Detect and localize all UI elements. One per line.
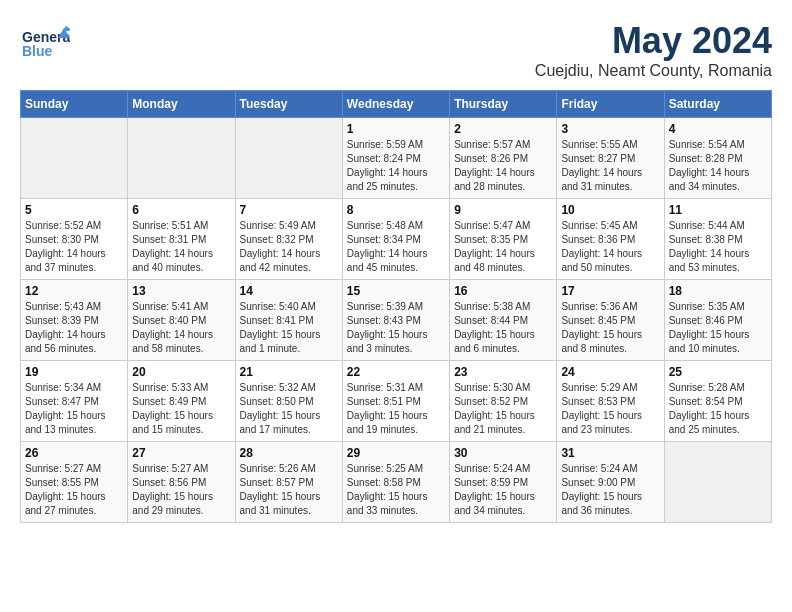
day-info: Sunrise: 5:41 AMSunset: 8:40 PMDaylight:…	[132, 300, 230, 356]
day-number: 28	[240, 446, 338, 460]
day-info: Sunrise: 5:33 AMSunset: 8:49 PMDaylight:…	[132, 381, 230, 437]
calendar-week-row: 12Sunrise: 5:43 AMSunset: 8:39 PMDayligh…	[21, 280, 772, 361]
calendar-cell: 11Sunrise: 5:44 AMSunset: 8:38 PMDayligh…	[664, 199, 771, 280]
day-number: 20	[132, 365, 230, 379]
day-info: Sunrise: 5:31 AMSunset: 8:51 PMDaylight:…	[347, 381, 445, 437]
calendar-cell: 20Sunrise: 5:33 AMSunset: 8:49 PMDayligh…	[128, 361, 235, 442]
calendar-cell	[664, 442, 771, 523]
day-info: Sunrise: 5:55 AMSunset: 8:27 PMDaylight:…	[561, 138, 659, 194]
day-header-sunday: Sunday	[21, 91, 128, 118]
day-number: 11	[669, 203, 767, 217]
day-number: 9	[454, 203, 552, 217]
day-info: Sunrise: 5:24 AMSunset: 8:59 PMDaylight:…	[454, 462, 552, 518]
calendar-cell	[235, 118, 342, 199]
day-number: 8	[347, 203, 445, 217]
day-number: 4	[669, 122, 767, 136]
day-number: 22	[347, 365, 445, 379]
calendar-cell: 4Sunrise: 5:54 AMSunset: 8:28 PMDaylight…	[664, 118, 771, 199]
day-info: Sunrise: 5:27 AMSunset: 8:56 PMDaylight:…	[132, 462, 230, 518]
calendar-cell: 12Sunrise: 5:43 AMSunset: 8:39 PMDayligh…	[21, 280, 128, 361]
calendar-cell: 27Sunrise: 5:27 AMSunset: 8:56 PMDayligh…	[128, 442, 235, 523]
calendar-cell: 23Sunrise: 5:30 AMSunset: 8:52 PMDayligh…	[450, 361, 557, 442]
calendar-header-row: SundayMondayTuesdayWednesdayThursdayFrid…	[21, 91, 772, 118]
calendar-week-row: 5Sunrise: 5:52 AMSunset: 8:30 PMDaylight…	[21, 199, 772, 280]
logo: General Blue	[20, 20, 70, 74]
day-info: Sunrise: 5:32 AMSunset: 8:50 PMDaylight:…	[240, 381, 338, 437]
month-title: May 2024	[535, 20, 772, 62]
day-number: 21	[240, 365, 338, 379]
calendar-cell	[21, 118, 128, 199]
calendar-cell: 6Sunrise: 5:51 AMSunset: 8:31 PMDaylight…	[128, 199, 235, 280]
day-number: 15	[347, 284, 445, 298]
calendar-cell: 17Sunrise: 5:36 AMSunset: 8:45 PMDayligh…	[557, 280, 664, 361]
day-header-thursday: Thursday	[450, 91, 557, 118]
day-info: Sunrise: 5:25 AMSunset: 8:58 PMDaylight:…	[347, 462, 445, 518]
calendar-cell: 10Sunrise: 5:45 AMSunset: 8:36 PMDayligh…	[557, 199, 664, 280]
day-info: Sunrise: 5:29 AMSunset: 8:53 PMDaylight:…	[561, 381, 659, 437]
day-info: Sunrise: 5:38 AMSunset: 8:44 PMDaylight:…	[454, 300, 552, 356]
day-number: 3	[561, 122, 659, 136]
calendar-cell: 28Sunrise: 5:26 AMSunset: 8:57 PMDayligh…	[235, 442, 342, 523]
day-info: Sunrise: 5:26 AMSunset: 8:57 PMDaylight:…	[240, 462, 338, 518]
day-number: 31	[561, 446, 659, 460]
day-info: Sunrise: 5:43 AMSunset: 8:39 PMDaylight:…	[25, 300, 123, 356]
calendar-cell: 13Sunrise: 5:41 AMSunset: 8:40 PMDayligh…	[128, 280, 235, 361]
day-number: 24	[561, 365, 659, 379]
day-info: Sunrise: 5:47 AMSunset: 8:35 PMDaylight:…	[454, 219, 552, 275]
day-header-tuesday: Tuesday	[235, 91, 342, 118]
day-info: Sunrise: 5:24 AMSunset: 9:00 PMDaylight:…	[561, 462, 659, 518]
day-number: 23	[454, 365, 552, 379]
day-info: Sunrise: 5:40 AMSunset: 8:41 PMDaylight:…	[240, 300, 338, 356]
day-info: Sunrise: 5:49 AMSunset: 8:32 PMDaylight:…	[240, 219, 338, 275]
day-info: Sunrise: 5:36 AMSunset: 8:45 PMDaylight:…	[561, 300, 659, 356]
calendar-cell: 5Sunrise: 5:52 AMSunset: 8:30 PMDaylight…	[21, 199, 128, 280]
calendar-cell: 21Sunrise: 5:32 AMSunset: 8:50 PMDayligh…	[235, 361, 342, 442]
day-number: 19	[25, 365, 123, 379]
calendar-cell: 1Sunrise: 5:59 AMSunset: 8:24 PMDaylight…	[342, 118, 449, 199]
calendar-cell: 16Sunrise: 5:38 AMSunset: 8:44 PMDayligh…	[450, 280, 557, 361]
calendar-cell: 31Sunrise: 5:24 AMSunset: 9:00 PMDayligh…	[557, 442, 664, 523]
day-number: 13	[132, 284, 230, 298]
day-number: 30	[454, 446, 552, 460]
calendar-week-row: 26Sunrise: 5:27 AMSunset: 8:55 PMDayligh…	[21, 442, 772, 523]
calendar-cell: 30Sunrise: 5:24 AMSunset: 8:59 PMDayligh…	[450, 442, 557, 523]
calendar-cell: 19Sunrise: 5:34 AMSunset: 8:47 PMDayligh…	[21, 361, 128, 442]
day-info: Sunrise: 5:48 AMSunset: 8:34 PMDaylight:…	[347, 219, 445, 275]
page-header: General Blue May 2024 Cuejdiu, Neamt Cou…	[20, 20, 772, 80]
calendar-cell: 24Sunrise: 5:29 AMSunset: 8:53 PMDayligh…	[557, 361, 664, 442]
day-info: Sunrise: 5:30 AMSunset: 8:52 PMDaylight:…	[454, 381, 552, 437]
calendar-cell	[128, 118, 235, 199]
day-number: 2	[454, 122, 552, 136]
svg-text:Blue: Blue	[22, 43, 53, 59]
day-info: Sunrise: 5:28 AMSunset: 8:54 PMDaylight:…	[669, 381, 767, 437]
day-info: Sunrise: 5:44 AMSunset: 8:38 PMDaylight:…	[669, 219, 767, 275]
day-number: 29	[347, 446, 445, 460]
day-number: 26	[25, 446, 123, 460]
title-section: May 2024 Cuejdiu, Neamt County, Romania	[535, 20, 772, 80]
day-info: Sunrise: 5:57 AMSunset: 8:26 PMDaylight:…	[454, 138, 552, 194]
day-info: Sunrise: 5:35 AMSunset: 8:46 PMDaylight:…	[669, 300, 767, 356]
day-info: Sunrise: 5:34 AMSunset: 8:47 PMDaylight:…	[25, 381, 123, 437]
day-number: 16	[454, 284, 552, 298]
day-number: 12	[25, 284, 123, 298]
calendar-cell: 22Sunrise: 5:31 AMSunset: 8:51 PMDayligh…	[342, 361, 449, 442]
calendar-cell: 18Sunrise: 5:35 AMSunset: 8:46 PMDayligh…	[664, 280, 771, 361]
day-header-saturday: Saturday	[664, 91, 771, 118]
day-header-monday: Monday	[128, 91, 235, 118]
day-number: 7	[240, 203, 338, 217]
day-number: 18	[669, 284, 767, 298]
day-number: 25	[669, 365, 767, 379]
day-number: 10	[561, 203, 659, 217]
day-info: Sunrise: 5:27 AMSunset: 8:55 PMDaylight:…	[25, 462, 123, 518]
calendar-week-row: 19Sunrise: 5:34 AMSunset: 8:47 PMDayligh…	[21, 361, 772, 442]
calendar-cell: 3Sunrise: 5:55 AMSunset: 8:27 PMDaylight…	[557, 118, 664, 199]
calendar-cell: 8Sunrise: 5:48 AMSunset: 8:34 PMDaylight…	[342, 199, 449, 280]
calendar-table: SundayMondayTuesdayWednesdayThursdayFrid…	[20, 90, 772, 523]
day-info: Sunrise: 5:51 AMSunset: 8:31 PMDaylight:…	[132, 219, 230, 275]
day-info: Sunrise: 5:54 AMSunset: 8:28 PMDaylight:…	[669, 138, 767, 194]
day-number: 14	[240, 284, 338, 298]
day-number: 27	[132, 446, 230, 460]
day-number: 5	[25, 203, 123, 217]
calendar-cell: 7Sunrise: 5:49 AMSunset: 8:32 PMDaylight…	[235, 199, 342, 280]
location-subtitle: Cuejdiu, Neamt County, Romania	[535, 62, 772, 80]
